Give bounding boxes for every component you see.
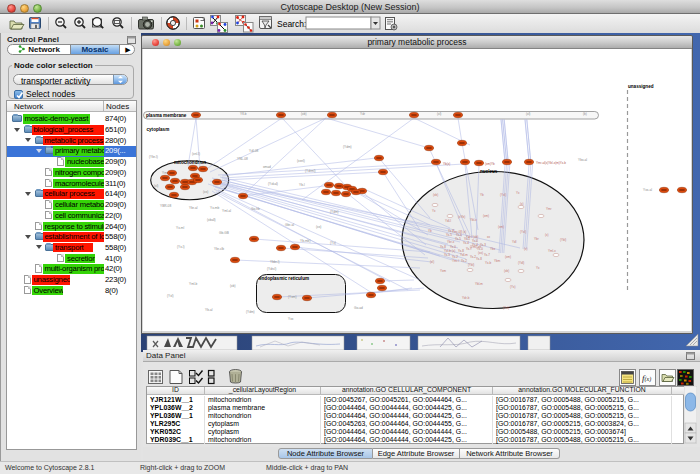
- svg-text:(Ydm): (Ydm): [330, 210, 339, 214]
- svg-text:Yx-8: Yx-8: [440, 245, 446, 249]
- svg-text:xmad: xmad: [263, 165, 271, 169]
- svg-text:cytoplasm: cytoplasm: [147, 127, 170, 132]
- svg-text:Ymr: Ymr: [546, 207, 552, 211]
- svg-text:Yxm: Yxm: [440, 269, 447, 273]
- svg-text:plasma membrane: plasma membrane: [146, 113, 187, 118]
- svg-text:Yx: Yx: [432, 209, 436, 213]
- svg-text:Yx: Yx: [536, 266, 540, 270]
- svg-text:Yx-4: Yx-4: [463, 241, 469, 245]
- svg-text:nucleus: nucleus: [480, 169, 498, 174]
- svg-text:YNL-08: YNL-08: [237, 157, 248, 161]
- svg-text:(xl): (xl): [154, 184, 158, 188]
- svg-text:Ybm: Ybm: [494, 259, 501, 263]
- svg-text:Ybx: Ybx: [490, 247, 496, 251]
- svg-text:Ybr-al: Ybr-al: [189, 206, 198, 210]
- svg-text:Yx-8: Yx-8: [458, 249, 464, 253]
- svg-text:Yb-mb): Yb-mb): [300, 239, 310, 243]
- svg-text:(xl): (xl): [430, 260, 434, 264]
- svg-text:(Ydm): (Ydm): [343, 145, 352, 149]
- svg-text:(Ydm): (Ydm): [246, 310, 255, 314]
- svg-text:Ybx-al: Ybx-al: [578, 158, 587, 162]
- svg-text:Yxx: Yxx: [288, 317, 294, 321]
- svg-text:Ybr-x: Ybr-x: [447, 240, 455, 244]
- svg-text:Ydl: Ydl: [512, 240, 517, 244]
- svg-text:Ymr-l: Ymr-l: [452, 259, 459, 263]
- svg-text:(xm): (xm): [483, 214, 489, 218]
- svg-text:(xl): (xl): [437, 112, 441, 116]
- svg-text:Search:: Search:: [277, 19, 306, 29]
- svg-text:Yx-5: Yx-5: [455, 237, 461, 241]
- svg-text:(Yxm): (Yxm): [288, 295, 297, 299]
- svg-text:Yx-b: Yx-b: [485, 261, 492, 265]
- svg-text:YBR-08: YBR-08: [160, 204, 171, 208]
- svg-text:(Yxl): (Yxl): [520, 230, 526, 234]
- svg-text:Ymr-al(x)Ybl-x(m)Yx-b: Ymr-al(x)Ybl-x(m)Yx-b: [536, 161, 566, 165]
- svg-text:Yx-5: Yx-5: [464, 237, 470, 241]
- svg-text:(Yxkal): (Yxkal): [268, 182, 278, 186]
- svg-text:Yx-2: Yx-2: [461, 259, 467, 263]
- svg-text:Yb-al: Yb-al: [205, 308, 213, 312]
- svg-text:Yb: Yb: [480, 193, 484, 197]
- svg-text:(xb): (xb): [301, 112, 307, 116]
- svg-text:(Ydl): (Ydl): [518, 261, 524, 265]
- svg-text:(xb): (xb): [504, 269, 509, 273]
- svg-text:(xnl-l): (xnl-l): [192, 152, 200, 156]
- svg-text:Yx-8: Yx-8: [476, 257, 482, 261]
- svg-text:Yml-b: Yml-b: [189, 282, 198, 286]
- svg-text:(xm): (xm): [505, 255, 511, 259]
- svg-text:(xb): (xb): [433, 193, 438, 197]
- svg-text:(Yx): (Yx): [330, 241, 336, 245]
- svg-text:Yx-5: Yx-5: [446, 233, 452, 237]
- svg-text:(Yxl): (Yxl): [503, 306, 509, 310]
- svg-text:(xx): (xx): [478, 251, 483, 255]
- svg-text:Yx-4: Yx-4: [472, 239, 478, 243]
- svg-text:xx: xx: [487, 235, 491, 239]
- svg-text:Yxx-al: Yxx-al: [643, 188, 652, 192]
- svg-text:Yx-2: Yx-2: [452, 255, 458, 259]
- svg-text:Yx-0: Yx-0: [450, 245, 456, 249]
- svg-text:Go-hb: Go-hb: [251, 207, 260, 211]
- svg-text:Ybbr-l): Ybbr-l): [270, 260, 280, 264]
- svg-text:Yb: Yb: [428, 229, 432, 233]
- svg-text:Ybl-m: Ybl-m: [475, 282, 483, 286]
- svg-text:(xm): (xm): [498, 225, 504, 229]
- svg-text:(xm)Yb: (xm)Yb: [485, 162, 495, 166]
- svg-text:Ydl-08: Ydl-08: [249, 149, 258, 153]
- svg-text:Yx: Yx: [516, 191, 520, 195]
- svg-text:Yml-al: Yml-al: [222, 209, 231, 213]
- svg-text:(Yx-l): (Yx-l): [177, 245, 185, 249]
- svg-text:Yx-3: Yx-3: [480, 243, 486, 247]
- svg-text:(Ybl): (Ybl): [468, 263, 474, 267]
- svg-text:(xb): (xb): [230, 284, 236, 288]
- svg-text:Yb-l: Yb-l: [299, 183, 305, 187]
- svg-text:(xx): (xx): [203, 190, 208, 194]
- svg-text:Gb-GB: Gb-GB: [219, 231, 229, 235]
- svg-text:(xx): (xx): [316, 225, 321, 229]
- svg-text:(xball): (xball): [207, 218, 216, 222]
- svg-text:Ybl-x: Ybl-x: [470, 218, 477, 222]
- svg-text:(xl): (xl): [526, 112, 530, 116]
- svg-text:(Yxl): (Yxl): [167, 294, 174, 298]
- svg-text:Ybr: Ybr: [534, 237, 539, 241]
- svg-text:Yx-ml: Yx-ml: [176, 226, 184, 230]
- svg-text:(Ybr-l): (Ybr-l): [149, 155, 158, 159]
- svg-text:(Ybl): (Ybl): [560, 238, 566, 242]
- svg-text:Yb(x): Yb(x): [443, 162, 450, 166]
- svg-text:(x): (x): [545, 233, 549, 237]
- svg-text:(Yxl): (Yxl): [500, 193, 506, 197]
- svg-text:(xYb): (xYb): [458, 215, 465, 219]
- svg-text:(x): (x): [524, 247, 528, 251]
- svg-text:Go-ad: Go-ad: [354, 306, 363, 310]
- svg-text:(b): (b): [583, 112, 587, 116]
- svg-text:Ydr-b: Ydr-b: [462, 296, 470, 300]
- svg-text:Yx-7: Yx-7: [448, 229, 454, 233]
- svg-text:unassigned: unassigned: [628, 84, 654, 89]
- svg-text:(Ydrml): (Ydrml): [305, 169, 315, 173]
- svg-text:(Ydrcl): (Ydrcl): [267, 267, 276, 271]
- svg-text:(xxnl): (xxnl): [297, 159, 305, 163]
- svg-text:mitochondrion: mitochondrion: [174, 160, 206, 165]
- svg-text:Ybr-clb: Ybr-clb: [214, 247, 224, 251]
- svg-text:Yx-3: Yx-3: [444, 253, 450, 257]
- svg-text:Yx-mb: Yx-mb: [210, 206, 219, 210]
- svg-text:(Yx): (Yx): [510, 285, 516, 289]
